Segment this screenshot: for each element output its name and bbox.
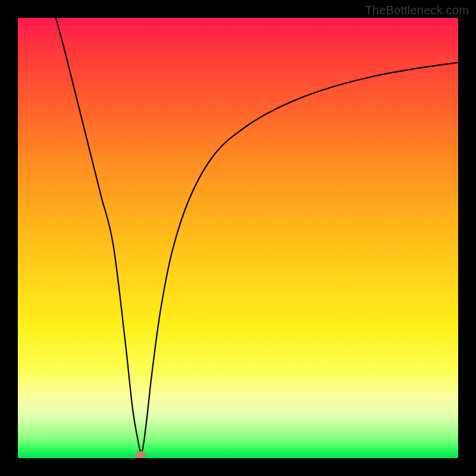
bottleneck-curve bbox=[18, 18, 458, 458]
watermark-text: TheBottleneck.com bbox=[365, 4, 469, 17]
curve-path bbox=[56, 18, 458, 452]
minimum-marker bbox=[135, 451, 146, 458]
chart-frame: TheBottleneck.com bbox=[0, 0, 476, 476]
plot-area bbox=[18, 18, 458, 458]
